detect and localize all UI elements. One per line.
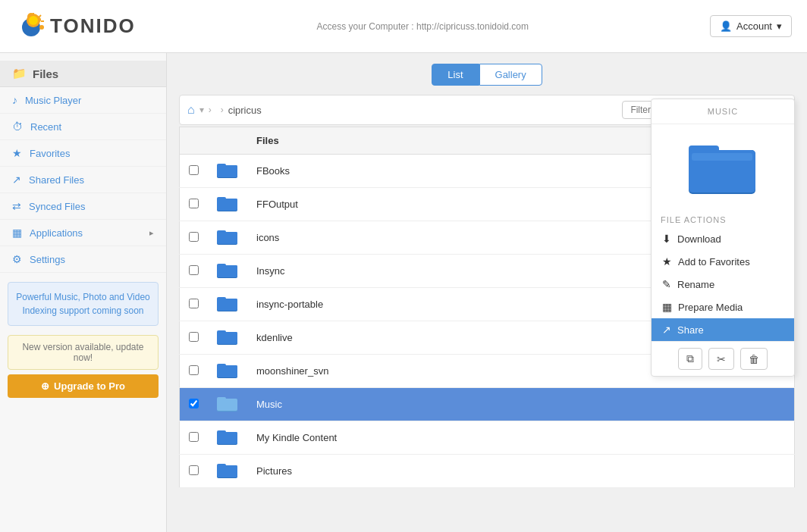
row-checkbox[interactable] (189, 365, 199, 375)
action-prepare-media[interactable]: ▦ Prepare Media (652, 296, 794, 318)
row-checkbox-cell (180, 155, 209, 188)
media-icon: ▦ (662, 301, 672, 313)
logo-icon (15, 11, 47, 42)
svg-rect-24 (217, 299, 237, 311)
table-row[interactable]: My Kindle Content (180, 421, 795, 455)
sidebar-item-favorites[interactable]: ★ Favorites (0, 140, 166, 167)
row-checkbox[interactable] (189, 232, 199, 242)
row-checkbox-cell (180, 288, 209, 321)
sidebar-item-synced-files[interactable]: ⇄ Synced Files (0, 193, 166, 220)
home-icon[interactable]: ⌂ (187, 103, 195, 117)
folder-icon (217, 427, 238, 446)
row-checkbox[interactable] (189, 165, 199, 175)
folder-icon (217, 194, 238, 212)
table-row[interactable]: Music (180, 388, 795, 421)
row-checkbox[interactable] (189, 265, 199, 275)
svg-rect-18 (217, 232, 237, 244)
svg-rect-30 (217, 365, 237, 377)
sidebar-item-music-player[interactable]: ♪ Music Player (0, 87, 166, 114)
promo-text: Powerful Music, Photo and Video Indexing… (16, 292, 150, 316)
chevron-right-icon: ▸ (149, 228, 154, 238)
view-toggle: List Gallery (179, 64, 795, 86)
share-icon: ↗ (662, 324, 671, 336)
action-download[interactable]: ⬇ Download (652, 227, 794, 250)
row-checkbox[interactable] (189, 465, 199, 475)
row-icon-cell (208, 221, 247, 255)
sidebar-update-notice: New version available, update now! (8, 335, 159, 370)
sidebar-item-shared-files[interactable]: ↗ Shared Files (0, 167, 166, 193)
svg-rect-21 (217, 265, 237, 277)
row-checkbox-cell (180, 455, 209, 488)
music-icon: ♪ (12, 94, 17, 106)
row-checkbox-cell (180, 221, 209, 255)
sidebar-header-label: Files (33, 67, 58, 80)
right-panel-footer: ⧉ ✂ 🗑 (652, 341, 794, 376)
edit-icon: ✎ (662, 278, 671, 290)
plus-icon: ⊕ (41, 380, 49, 392)
topbar: TONIDO Access your Computer : http://cip… (0, 0, 807, 53)
delete-button[interactable]: 🗑 (740, 348, 768, 370)
row-checkbox[interactable] (189, 299, 199, 308)
right-panel-actions-title: FILE ACTIONS (652, 209, 794, 227)
sidebar-item-recent[interactable]: ⏱ Recent (0, 114, 166, 140)
row-checkbox[interactable] (189, 332, 199, 342)
sidebar-item-label: Synced Files (29, 201, 85, 212)
apps-icon: ▦ (12, 227, 22, 239)
logo-text: TONIDO (50, 14, 136, 38)
row-checkbox[interactable] (189, 199, 199, 208)
content-area: List Gallery ⌂ ▾ › › cipricus ⬆ 🔧 ▾ File… (167, 53, 807, 532)
row-checkbox[interactable] (189, 399, 199, 408)
account-button[interactable]: 👤 Account ▾ (710, 15, 792, 37)
folder-icon (217, 394, 238, 412)
sidebar-item-label: Recent (30, 121, 61, 133)
upgrade-button[interactable]: ⊕ Upgrade to Pro (8, 374, 159, 398)
row-name-cell[interactable]: Music (247, 388, 795, 421)
action-add-favorites[interactable]: ★ Add to Favorites (652, 250, 794, 273)
star-icon: ★ (662, 255, 672, 268)
row-checkbox-cell (180, 255, 209, 288)
large-folder-icon (689, 136, 757, 197)
cut-button[interactable]: ✂ (708, 348, 734, 370)
sidebar-item-applications[interactable]: ▦ Applications ▸ (0, 220, 166, 246)
svg-rect-43 (692, 153, 752, 161)
sidebar-item-label: Applications (30, 227, 83, 239)
access-text: Access your Computer : http://cipricuss.… (317, 21, 529, 32)
right-panel-folder-icon (652, 124, 794, 209)
row-checkbox-cell (180, 188, 209, 221)
svg-rect-15 (217, 199, 237, 211)
chevron-down-icon: ▾ (777, 20, 782, 32)
main-layout: 📁 Files ♪ Music Player ⏱ Recent ★ Favori… (0, 53, 807, 532)
action-share[interactable]: ↗ Share (652, 318, 794, 341)
folder-icon (217, 161, 238, 179)
row-name-cell[interactable]: My Kindle Content (247, 421, 795, 455)
action-rename[interactable]: ✎ Rename (652, 273, 794, 296)
sidebar-header: 📁 Files (0, 61, 166, 87)
breadcrumb-dropdown[interactable]: ▾ (199, 105, 204, 115)
row-checkbox[interactable] (189, 432, 199, 442)
copy-button[interactable]: ⧉ (678, 348, 702, 370)
svg-point-3 (39, 25, 44, 30)
list-view-button[interactable]: List (432, 64, 479, 86)
breadcrumb-separator-1: › (209, 105, 212, 115)
row-checkbox-cell (180, 421, 209, 455)
row-icon-cell (208, 321, 247, 355)
row-icon-cell (208, 288, 247, 321)
logo: TONIDO (15, 11, 136, 42)
sidebar-promo: Powerful Music, Photo and Video Indexing… (8, 282, 159, 326)
row-icon-cell (208, 155, 247, 188)
row-icon-cell (208, 255, 247, 288)
row-icon-cell (208, 388, 247, 421)
svg-rect-27 (217, 332, 237, 344)
action-label: Share (677, 324, 704, 336)
row-name-cell[interactable]: Pictures (247, 455, 795, 488)
table-row[interactable]: Pictures (180, 455, 795, 488)
breadcrumb-separator-2: › (221, 105, 224, 115)
folder-icon (217, 461, 238, 479)
sidebar-item-settings[interactable]: ⚙ Settings (0, 246, 166, 273)
folder-icon (217, 327, 238, 346)
action-label: Download (677, 233, 721, 245)
folder-icon (217, 361, 238, 379)
svg-rect-39 (217, 465, 237, 477)
update-text: New version available, update now! (22, 342, 143, 363)
gallery-view-button[interactable]: Gallery (479, 64, 542, 86)
